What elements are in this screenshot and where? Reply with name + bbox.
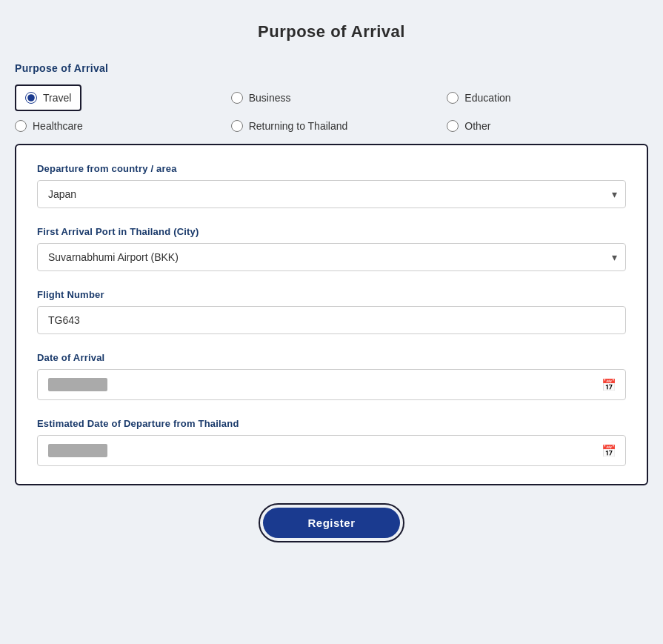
radio-education[interactable] xyxy=(447,92,459,104)
flight-number-label: Flight Number xyxy=(37,289,626,300)
date-arrival-field[interactable]: 📅 xyxy=(37,369,626,400)
date-arrival-placeholder xyxy=(48,378,107,391)
register-btn-outer: Register xyxy=(259,503,404,542)
radio-option-education[interactable]: Education xyxy=(447,84,648,111)
flight-number-group: Flight Number xyxy=(37,289,626,334)
arrival-port-group: First Arrival Port in Thailand (City) Su… xyxy=(37,226,626,271)
date-departure-group: Estimated Date of Departure from Thailan… xyxy=(37,418,626,466)
date-departure-field[interactable]: 📅 xyxy=(37,435,626,466)
date-arrival-calendar-icon[interactable]: 📅 xyxy=(602,378,616,392)
departure-label: Departure from country / area xyxy=(37,163,626,174)
departure-select[interactable]: Japan China USA UK Australia xyxy=(37,180,626,208)
date-departure-label: Estimated Date of Departure from Thailan… xyxy=(37,418,626,429)
page-title: Purpose of Arrival xyxy=(15,22,648,42)
radio-option-returning[interactable]: Returning to Thailand xyxy=(231,120,433,132)
radio-returning[interactable] xyxy=(231,120,243,132)
page-container: Purpose of Arrival Purpose of Arrival Tr… xyxy=(15,22,648,542)
radio-healthcare-label: Healthcare xyxy=(33,120,83,132)
date-arrival-label: Date of Arrival xyxy=(37,352,626,363)
arrival-port-label: First Arrival Port in Thailand (City) xyxy=(37,226,626,237)
arrival-port-select-wrapper: Suvarnabhumi Airport (BKK) Don Mueang Ai… xyxy=(37,243,626,271)
radio-travel[interactable] xyxy=(25,92,37,104)
purpose-section: Purpose of Arrival Travel Business Educa… xyxy=(15,62,648,132)
register-btn-wrapper: Register xyxy=(15,503,648,542)
radio-other-label: Other xyxy=(464,120,490,132)
radio-education-label: Education xyxy=(464,92,510,104)
radio-option-healthcare[interactable]: Healthcare xyxy=(15,120,216,132)
date-arrival-group: Date of Arrival 📅 xyxy=(37,352,626,400)
radio-option-travel[interactable]: Travel xyxy=(15,84,216,111)
radio-option-other[interactable]: Other xyxy=(447,120,648,132)
departure-group: Departure from country / area Japan Chin… xyxy=(37,163,626,208)
radio-returning-label: Returning to Thailand xyxy=(249,120,348,132)
radio-healthcare[interactable] xyxy=(15,120,27,132)
radio-business-label: Business xyxy=(249,92,291,104)
radio-business[interactable] xyxy=(231,92,243,104)
register-button[interactable]: Register xyxy=(263,508,399,538)
travel-option-wrapper: Travel xyxy=(15,84,81,111)
radio-grid: Travel Business Education Healthcare xyxy=(15,84,648,132)
radio-travel-label: Travel xyxy=(43,92,71,104)
purpose-section-label: Purpose of Arrival xyxy=(15,62,648,74)
flight-number-input[interactable] xyxy=(37,306,626,334)
arrival-port-select[interactable]: Suvarnabhumi Airport (BKK) Don Mueang Ai… xyxy=(37,243,626,271)
radio-other[interactable] xyxy=(447,120,459,132)
departure-select-wrapper: Japan China USA UK Australia ▾ xyxy=(37,180,626,208)
date-departure-placeholder xyxy=(48,444,107,457)
radio-option-business[interactable]: Business xyxy=(231,84,433,111)
form-card: Departure from country / area Japan Chin… xyxy=(15,144,648,485)
date-departure-calendar-icon[interactable]: 📅 xyxy=(602,444,616,458)
